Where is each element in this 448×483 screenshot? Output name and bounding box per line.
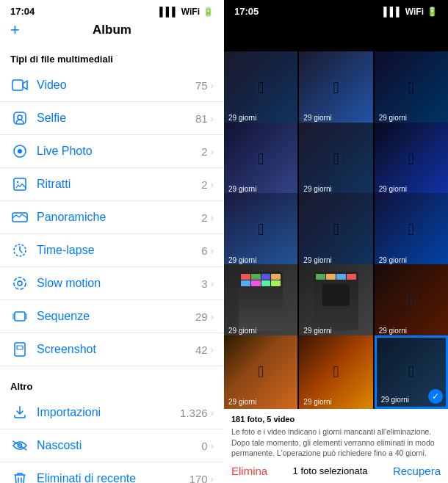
days-label-12: 29 giorni <box>379 327 407 335</box>
sequenze-icon <box>10 307 29 326</box>
left-panel: 17:04 ▌▌▌ WiFi 🔋 + Album Tipi di file mu… <box>0 0 224 483</box>
photo-cell-8[interactable]:  29 giorni <box>299 193 372 266</box>
svg-rect-1 <box>14 112 26 124</box>
photo-cell-4[interactable]:  29 giorni <box>224 123 297 196</box>
days-label-10: 29 giorni <box>228 327 256 335</box>
photo-cell-14[interactable]:  29 giorni <box>299 335 372 409</box>
ritratti-icon <box>10 175 29 194</box>
days-label-7: 29 giorni <box>228 256 256 264</box>
signal-icon: ▌▌▌ <box>159 7 178 17</box>
selfie-icon <box>10 109 29 128</box>
days-label-4: 29 giorni <box>228 185 256 193</box>
live-photo-count: 2 <box>201 145 207 158</box>
list-item-importazioni[interactable]: Importazioni 1.326 › <box>0 396 224 429</box>
screenshot-icon <box>10 340 29 359</box>
eliminati-chevron: › <box>211 473 214 484</box>
svg-point-9 <box>18 281 22 286</box>
list-item-sequenze[interactable]: Sequenze 29 › <box>0 300 224 333</box>
apple-logo-3:  <box>408 79 414 98</box>
days-label-11: 29 giorni <box>303 327 331 335</box>
nascosti-chevron: › <box>211 440 214 451</box>
importazioni-chevron: › <box>211 407 214 418</box>
svg-point-4 <box>18 149 22 153</box>
list-item-ritratti[interactable]: Ritratti 2 › <box>0 168 224 201</box>
days-label-3: 29 giorni <box>379 114 407 122</box>
apple-logo-5:  <box>333 150 339 169</box>
right-status-icons: ▌▌▌ WiFi 🔋 <box>383 7 438 17</box>
nascosti-label: Nascosti <box>37 439 201 452</box>
panoramiche-chevron: › <box>211 212 214 223</box>
live-photo-label: Live Photo <box>37 145 201 158</box>
svg-point-2 <box>18 115 22 120</box>
right-time: 17:05 <box>234 6 259 17</box>
photo-cell-6[interactable]:  29 giorni <box>375 123 448 196</box>
slow-motion-chevron: › <box>211 278 214 289</box>
time-lapse-label: Time-lapse <box>37 244 201 257</box>
photo-cell-7[interactable]:  29 giorni <box>224 193 297 266</box>
list-item-video[interactable]: Video 75 › <box>0 69 224 102</box>
panoramiche-icon <box>10 208 29 227</box>
photo-cell-3[interactable]:  29 giorni <box>375 51 448 125</box>
time-lapse-count: 6 <box>201 244 207 257</box>
days-label-15: 29 giorni <box>381 396 409 404</box>
left-header: + Album <box>0 20 224 43</box>
svg-rect-10 <box>15 312 25 321</box>
apple-logo-13:  <box>258 363 264 382</box>
action-bar: Elimina 1 foto selezionata Recupera <box>231 465 441 477</box>
sequenze-count: 29 <box>195 310 208 323</box>
other-section-title: Altro <box>0 371 224 396</box>
days-label-14: 29 giorni <box>303 398 331 406</box>
apple-logo-7:  <box>258 220 264 239</box>
photo-cell-5[interactable]:  29 giorni <box>299 123 372 196</box>
list-item-panoramiche[interactable]: Panoramiche 2 › <box>0 201 224 234</box>
photo-cell-9[interactable]:  29 giorni <box>375 193 448 266</box>
video-chevron: › <box>211 80 214 91</box>
left-status-bar: 17:04 ▌▌▌ WiFi 🔋 <box>0 0 224 20</box>
svg-point-8 <box>14 277 26 289</box>
svg-rect-12 <box>25 313 27 319</box>
list-item-nascosti[interactable]: Nascosti 0 › <box>0 429 224 462</box>
svg-rect-14 <box>17 346 23 349</box>
apple-logo-14:  <box>333 363 339 382</box>
selected-label: 1 foto selezionata <box>293 465 368 476</box>
recover-button[interactable]: Recupera <box>393 465 441 477</box>
svg-rect-6 <box>12 213 27 222</box>
photo-cell-12[interactable]:  29 giorni <box>375 264 448 338</box>
video-count: 75 <box>195 79 208 92</box>
sequenze-chevron: › <box>211 311 214 322</box>
photo-cell-13[interactable]:  29 giorni <box>224 335 297 409</box>
eliminati-label: Eliminati di recente <box>37 472 189 483</box>
photo-cell-1[interactable]:  29 giorni <box>224 51 297 125</box>
list-item-eliminati[interactable]: Eliminati di recente 170 › <box>0 462 224 483</box>
days-label-5: 29 giorni <box>303 185 331 193</box>
list-item-time-lapse[interactable]: Time-lapse 6 › <box>0 234 224 267</box>
photo-cell-11[interactable]: 29 giorni <box>299 264 372 338</box>
svg-rect-5 <box>14 178 26 190</box>
list-item-selfie[interactable]: Selfie 81 › <box>0 102 224 135</box>
list-item-screenshot[interactable]: Screenshot 42 › <box>0 333 224 366</box>
left-status-icons: ▌▌▌ WiFi 🔋 <box>159 7 214 17</box>
slow-motion-count: 3 <box>201 277 207 290</box>
right-wifi-icon: WiFi <box>405 7 424 17</box>
importazioni-icon <box>10 403 29 422</box>
photo-cell-15-selected[interactable]:  29 giorni ✓ <box>375 335 448 409</box>
importazioni-count: 1.326 <box>180 407 208 419</box>
apple-logo-6:  <box>408 150 414 169</box>
selected-checkmark: ✓ <box>428 389 443 404</box>
video-label: Video <box>37 79 195 92</box>
delete-button[interactable]: Elimina <box>231 465 267 477</box>
photo-cell-10[interactable]: 29 giorni <box>224 264 297 338</box>
list-item-live-photo[interactable]: Live Photo 2 › <box>0 135 224 168</box>
battery-icon: 🔋 <box>203 7 214 17</box>
add-album-button[interactable]: + <box>10 21 20 40</box>
video-icon <box>10 76 29 95</box>
photo-cell-2[interactable]:  29 giorni <box>299 51 372 125</box>
time-lapse-icon <box>10 241 29 260</box>
list-item-slow-motion[interactable]: Slow motion 3 › <box>0 267 224 300</box>
media-section-title: Tipi di file multimediali <box>0 43 224 69</box>
importazioni-label: Importazioni <box>37 406 180 419</box>
right-footer: 181 foto, 5 video Le foto e i video indi… <box>224 409 448 483</box>
ritratti-count: 2 <box>201 178 207 191</box>
time-lapse-chevron: › <box>211 245 214 256</box>
eliminati-count: 170 <box>189 473 208 484</box>
